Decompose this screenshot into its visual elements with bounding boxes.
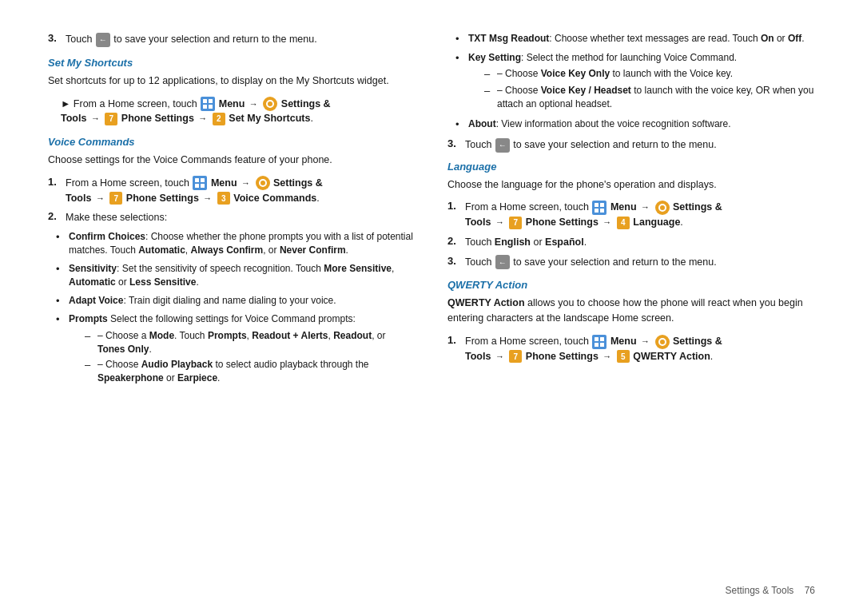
set-my-shortcuts-step: ► From a Home screen, touch Menu → Setti… <box>61 97 416 127</box>
step-1-num: 1. <box>48 176 61 206</box>
lang-step-3-num: 3. <box>447 255 460 270</box>
language-section: Language Choose the language for the pho… <box>447 161 815 270</box>
right-step-3: 3. Touch ← to save your selection and re… <box>447 137 815 153</box>
step-1-content: From a Home screen, touch Menu → Setting… <box>66 176 416 206</box>
number-badge-7b: 7 <box>109 192 122 205</box>
voice-commands-title: Voice Commands <box>48 136 416 148</box>
page-footer: Settings & Tools 76 <box>725 585 815 596</box>
right-step-3-content: Touch ← to save your selection and retur… <box>465 137 815 153</box>
triangle-icon: ► <box>61 98 70 109</box>
step-2-num: 2. <box>48 210 61 225</box>
bullet-sensitivity: Sensitivity: Set the sensitivity of spee… <box>56 262 416 290</box>
voice-commands-section: Voice Commands Choose settings for the V… <box>48 136 416 387</box>
set-my-shortcuts-section: Set My Shortcuts Set shortcuts for up to… <box>48 57 416 126</box>
bullet-key-setting: Key Setting: Select the method for launc… <box>455 51 815 113</box>
back-icon-2: ← <box>495 138 510 153</box>
sub-bullet-mode: – Choose a Mode. Touch Prompts, Readout … <box>85 329 416 356</box>
qwerty-step-1-content: From a Home screen, touch Menu → Setting… <box>465 334 815 364</box>
menu-icon <box>201 97 215 111</box>
number-badge-7: 7 <box>105 113 117 125</box>
back-icon-3: ← <box>495 255 510 269</box>
right-top-bullets: TXT Msg Readout: Choose whether text mes… <box>455 32 815 133</box>
settings-icon-2 <box>256 176 270 190</box>
lang-step-1-content: From a Home screen, touch Menu → Setting… <box>465 200 815 230</box>
language-step-3: 3. Touch ← to save your selection and re… <box>447 255 815 270</box>
bullet-confirm: Confirm Choices: Choose whether the phon… <box>56 230 416 258</box>
settings-icon <box>263 97 277 111</box>
right-column: TXT Msg Readout: Choose whether text mes… <box>447 24 815 592</box>
page-number: 76 <box>805 585 815 596</box>
number-badge-7d: 7 <box>509 350 522 363</box>
step-2-content: Make these selections: <box>66 210 416 225</box>
language-intro: Choose the language for the phone's oper… <box>447 177 815 193</box>
lang-step-2-num: 2. <box>447 235 460 250</box>
number-badge-5: 5 <box>617 350 630 363</box>
prompts-sub-list: – Choose a Mode. Touch Prompts, Readout … <box>85 329 416 385</box>
voice-step-2: 2. Make these selections: <box>48 210 416 225</box>
settings-icon-3 <box>655 201 670 215</box>
lang-step-2-content: Touch English or Español. <box>465 235 815 250</box>
voice-commands-intro: Choose settings for the Voice Commands f… <box>48 153 416 168</box>
step-number: 3. <box>48 32 61 47</box>
sub-voice-key-headset: – Choose Voice Key / Headset to launch w… <box>484 84 815 111</box>
lang-step-1-num: 1. <box>447 200 460 230</box>
language-step-2: 2. Touch English or Español. <box>447 235 815 250</box>
lang-step-3-content: Touch ← to save your selection and retur… <box>465 255 815 270</box>
top-step: 3. Touch ← to save your selection and re… <box>48 32 416 47</box>
voice-step-1: 1. From a Home screen, touch Menu → Sett… <box>48 176 416 206</box>
qwerty-title: QWERTY Action <box>447 279 815 291</box>
bullet-prompts: Prompts Select the following settings fo… <box>56 312 416 387</box>
menu-icon-3 <box>592 201 606 215</box>
key-setting-sub: – Choose Voice Key Only to launch with t… <box>484 67 815 111</box>
qwerty-section: QWERTY Action QWERTY Action allows you t… <box>447 279 815 364</box>
voice-bullet-list: Confirm Choices: Choose whether the phon… <box>56 230 416 387</box>
right-step-3-num: 3. <box>447 137 460 153</box>
qwerty-step-1: 1. From a Home screen, touch Menu → Sett… <box>447 334 815 364</box>
set-my-shortcuts-title: Set My Shortcuts <box>48 57 416 69</box>
number-badge-3: 3 <box>217 192 230 205</box>
bullet-about: About: View information about the voice … <box>455 117 815 133</box>
menu-icon-2 <box>193 176 207 190</box>
number-badge-4: 4 <box>617 217 630 229</box>
qwerty-intro: QWERTY Action allows you to choose how t… <box>447 296 815 326</box>
qwerty-step-1-num: 1. <box>447 334 460 364</box>
step-text: Touch ← to save your selection and retur… <box>66 32 416 47</box>
language-title: Language <box>447 161 815 173</box>
back-icon: ← <box>96 33 110 47</box>
bullet-txt-msg: TXT Msg Readout: Choose whether text mes… <box>455 32 815 47</box>
footer-text: Settings & Tools <box>725 585 793 596</box>
menu-icon-4 <box>592 335 606 349</box>
sub-bullet-audio: – Choose Audio Playback to select audio … <box>85 358 416 385</box>
number-badge-7c: 7 <box>509 217 522 229</box>
set-my-shortcuts-intro: Set shortcuts for up to 12 applications,… <box>48 74 416 89</box>
bullet-adapt-voice: Adapt Voice: Train digit dialing and nam… <box>56 294 416 309</box>
sub-voice-key-only: – Choose Voice Key Only to launch with t… <box>484 67 815 81</box>
settings-icon-4 <box>655 335 670 349</box>
number-badge-2: 2 <box>213 113 225 125</box>
language-step-1: 1. From a Home screen, touch Menu → Sett… <box>447 200 815 230</box>
